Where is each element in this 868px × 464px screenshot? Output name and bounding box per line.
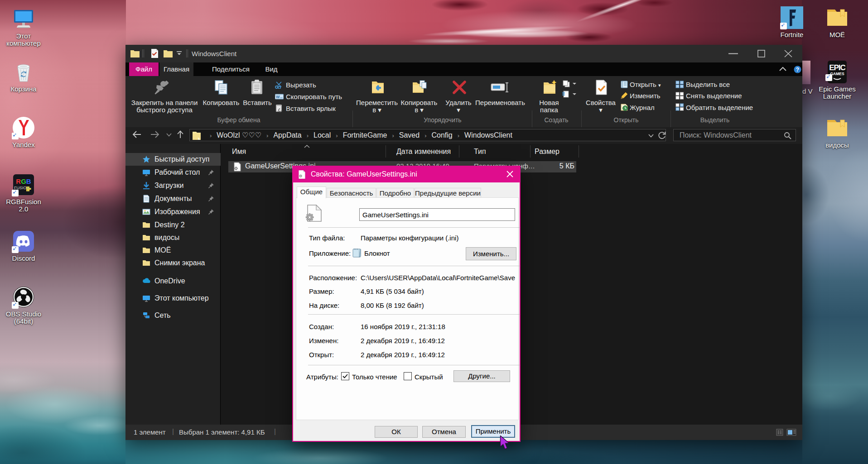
svg-text:EPIC: EPIC: [829, 63, 845, 72]
svg-text:?: ?: [796, 67, 799, 73]
svg-text:RGB: RGB: [16, 177, 31, 185]
svg-text:GAMES: GAMES: [830, 72, 844, 76]
svg-text:W: W: [276, 95, 280, 99]
